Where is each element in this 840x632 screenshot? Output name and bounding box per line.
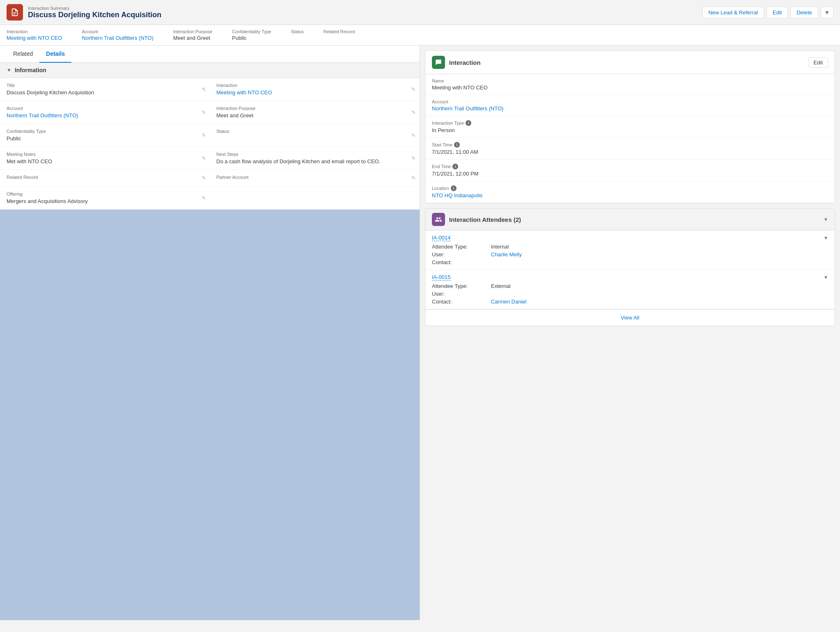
attendee-item-2: IA-0015 ▼ Attendee Type: External User: … <box>425 270 835 309</box>
new-lead-referral-button[interactable]: New Lead & Referral <box>702 7 764 18</box>
tab-related[interactable]: Related <box>7 46 39 63</box>
interaction-field-end-time-value: 7/1/2021, 12:00 PM <box>432 171 828 177</box>
attendee-2-id[interactable]: IA-0015 <box>432 274 451 281</box>
interaction-field-start-time: Start Time i 7/1/2021, 11:00 AM <box>425 138 835 160</box>
blue-placeholder-area <box>0 210 420 620</box>
edit-confidentiality-icon[interactable]: ✎ <box>202 132 206 138</box>
field-interaction-value[interactable]: Meeting with NTO CEO <box>217 89 413 96</box>
field-partner-account: Partner Account ✎ <box>210 170 420 187</box>
interaction-field-account-value[interactable]: Northern Trail Outfitters (NTO) <box>432 105 828 112</box>
edit-meeting-notes-icon[interactable]: ✎ <box>202 155 206 161</box>
attendees-card-icon <box>432 213 445 226</box>
interaction-field-start-time-label: Start Time i <box>432 142 828 148</box>
attendee-2-contact-label: Contact: <box>432 299 489 305</box>
interaction-field-name-value: Meeting with NTO CEO <box>432 84 828 91</box>
left-panel: Related Details ▼ Information Title Disc… <box>0 46 420 620</box>
attendee-2-fields: Attendee Type: External User: Contact: C… <box>432 283 828 305</box>
interaction-field-location-value[interactable]: NTO HQ Indianapolis <box>432 192 828 198</box>
subheader-interaction-value[interactable]: Meeting with NTO CEO <box>7 35 62 41</box>
actions-dropdown-button[interactable]: ▼ <box>821 7 833 18</box>
edit-next-steps-icon[interactable]: ✎ <box>411 155 415 161</box>
edit-offering-icon[interactable]: ✎ <box>202 195 206 201</box>
field-related-record-label: Related Record <box>7 175 203 180</box>
subheader-related-record-label: Related Record <box>324 29 355 34</box>
interaction-card-header-left: Interaction <box>432 56 481 69</box>
subheader-confidentiality-value: Public <box>232 35 272 41</box>
edit-title-icon[interactable]: ✎ <box>202 87 206 92</box>
end-time-info-icon[interactable]: i <box>452 164 458 169</box>
attendee-1-contact-label: Contact: <box>432 259 489 265</box>
interaction-field-type-value: In Person <box>432 127 828 133</box>
header-actions: New Lead & Referral Edit Delete ▼ <box>702 7 833 18</box>
attendees-collapse-icon[interactable]: ▼ <box>824 217 828 222</box>
view-all-link[interactable]: View All <box>621 315 639 321</box>
subheader-related-record: Related Record <box>324 29 355 35</box>
header-title-group: Interaction Summary Discuss Dorjeling Ki… <box>28 6 161 19</box>
interaction-field-name: Name Meeting with NTO CEO <box>425 74 835 95</box>
field-account-label: Account <box>7 106 203 111</box>
information-section-header: ▼ Information <box>0 63 420 78</box>
people-icon <box>435 216 442 223</box>
interaction-field-type: Interaction Type i In Person <box>425 116 835 138</box>
edit-related-record-icon[interactable]: ✎ <box>202 175 206 181</box>
subheader-interaction-label: Interaction <box>7 29 62 34</box>
attendees-card: Interaction Attendees (2) ▼ IA-0014 ▼ At… <box>425 208 835 326</box>
chevron-down-icon[interactable]: ▼ <box>7 67 11 73</box>
field-next-steps: Next Steps Do a cash flow analysis of Do… <box>210 147 420 170</box>
subheader-account-label: Account <box>82 29 154 34</box>
app-icon <box>7 4 23 21</box>
edit-account-icon[interactable]: ✎ <box>202 110 206 115</box>
edit-partner-account-icon[interactable]: ✎ <box>411 175 415 181</box>
attendee-2-user-label: User: <box>432 291 489 297</box>
field-confidentiality-label: Confidentiality Type <box>7 129 203 134</box>
interaction-edit-button[interactable]: Edit <box>808 57 828 68</box>
interaction-type-info-icon[interactable]: i <box>466 120 471 126</box>
field-offering: Offering Mergers and Acquisitions Adviso… <box>0 187 210 210</box>
interaction-field-name-label: Name <box>432 78 828 83</box>
attendee-1-id[interactable]: IA-0014 <box>432 235 451 241</box>
field-next-steps-label: Next Steps <box>217 152 413 157</box>
field-status-label: Status <box>217 129 413 134</box>
field-title-value: Discuss Dorjeling Kitchen Acquisition <box>7 89 203 96</box>
section-title: Information <box>15 67 46 73</box>
attendee-1-id-row: IA-0014 ▼ <box>432 235 828 241</box>
edit-button[interactable]: Edit <box>767 7 788 18</box>
interaction-field-location: Location i NTO HQ Indianapolis <box>425 181 835 203</box>
field-account-value[interactable]: Northern Trail Outfitters (NTO) <box>7 112 203 119</box>
edit-status-icon[interactable]: ✎ <box>411 132 415 138</box>
attendee-2-dropdown-icon[interactable]: ▼ <box>824 275 828 280</box>
main-layout: Related Details ▼ Information Title Disc… <box>0 46 840 620</box>
attendees-header-left: Interaction Attendees (2) <box>432 213 521 226</box>
field-title-label: Title <box>7 83 203 88</box>
field-partner-account-label: Partner Account <box>217 175 413 180</box>
subheader-account-value[interactable]: Northern Trail Outfitters (NTO) <box>82 35 154 41</box>
header-subtitle: Interaction Summary <box>28 6 161 11</box>
interaction-card-header: Interaction Edit <box>425 51 835 74</box>
interaction-field-type-label: Interaction Type i <box>432 120 828 126</box>
attendee-item-1: IA-0014 ▼ Attendee Type: Internal User: … <box>425 230 835 270</box>
attendee-2-type-label: Attendee Type: <box>432 283 489 289</box>
interaction-field-account: Account Northern Trail Outfitters (NTO) <box>425 95 835 116</box>
attendee-2-contact-value[interactable]: Carmen Daniel <box>491 299 828 305</box>
fields-grid: Title Discuss Dorjeling Kitchen Acquisit… <box>0 78 420 210</box>
attendee-1-user-value[interactable]: Charlie Melly <box>491 251 828 258</box>
edit-interaction-purpose-icon[interactable]: ✎ <box>411 110 415 115</box>
subheader-confidentiality-label: Confidentiality Type <box>232 29 272 34</box>
attendee-1-dropdown-icon[interactable]: ▼ <box>824 235 828 240</box>
field-interaction: Interaction Meeting with NTO CEO ✎ <box>210 78 420 101</box>
field-next-steps-value: Do a cash flow analysis of Dorjeling Kit… <box>217 158 413 164</box>
page-title: Discuss Dorjeling Kitchen Acquisition <box>28 11 161 19</box>
field-empty-right <box>210 187 420 210</box>
edit-interaction-icon[interactable]: ✎ <box>411 87 415 92</box>
interaction-card: Interaction Edit Name Meeting with NTO C… <box>425 50 835 203</box>
field-title: Title Discuss Dorjeling Kitchen Acquisit… <box>0 78 210 101</box>
subheader-purpose-value: Meet and Greet <box>173 35 212 41</box>
tab-details[interactable]: Details <box>39 46 71 63</box>
field-confidentiality-value: Public <box>7 135 203 141</box>
delete-button[interactable]: Delete <box>790 7 818 18</box>
interaction-card-title: Interaction <box>449 59 481 66</box>
start-time-info-icon[interactable]: i <box>454 142 460 148</box>
attendees-header: Interaction Attendees (2) ▼ <box>425 209 835 230</box>
tabs: Related Details <box>0 46 420 63</box>
location-info-icon[interactable]: i <box>451 185 457 191</box>
